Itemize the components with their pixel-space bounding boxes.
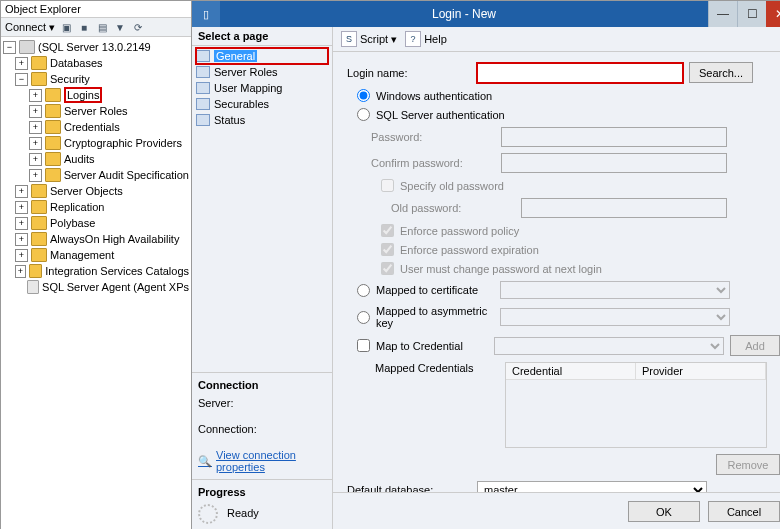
tree-management[interactable]: +Management (1, 247, 191, 263)
windows-auth-radio[interactable] (357, 89, 370, 102)
specify-old-row: Specify old password (347, 179, 780, 192)
tree-server-roles[interactable]: +Server Roles (1, 103, 191, 119)
tree-security[interactable]: − Security (1, 71, 191, 87)
mapped-cert-radio[interactable] (357, 284, 370, 297)
script-button[interactable]: SScript ▾ (341, 31, 397, 47)
specify-old-label: Specify old password (400, 180, 504, 192)
expander-icon[interactable]: + (15, 265, 26, 278)
page-user-mapping[interactable]: User Mapping (196, 80, 328, 96)
confirm-password-label: Confirm password: (347, 157, 501, 169)
expander-icon[interactable]: + (29, 153, 42, 166)
tree-replication[interactable]: +Replication (1, 199, 191, 215)
tree-logins[interactable]: + Logins (1, 87, 191, 103)
expander-icon[interactable]: − (3, 41, 16, 54)
object-explorer-tree[interactable]: − (SQL Server 13.0.2149 + Databases − Se… (1, 37, 191, 529)
tree-label: Polybase (50, 217, 95, 229)
server-icon (19, 40, 35, 54)
toolbar-icon-2[interactable]: ■ (77, 20, 91, 34)
link-icon: 🔍 (198, 455, 212, 468)
dialog-titlebar[interactable]: ▯ Login - New — ☐ ✕ (192, 1, 780, 27)
close-button[interactable]: ✕ (766, 1, 780, 27)
tree-label: Credentials (64, 121, 120, 133)
maximize-button[interactable]: ☐ (737, 1, 766, 27)
script-label: Script (360, 33, 388, 45)
page-status[interactable]: Status (196, 112, 328, 128)
expander-icon[interactable]: + (29, 121, 42, 134)
login-name-input[interactable] (477, 63, 683, 83)
toolbar-icon-1[interactable]: ▣ (59, 20, 73, 34)
default-db-select[interactable]: master (477, 481, 707, 492)
page-label: Securables (214, 98, 269, 110)
mapped-asym-radio[interactable] (357, 311, 370, 324)
help-label: Help (424, 33, 447, 45)
progress-section: Progress Ready (192, 479, 332, 529)
help-icon: ? (405, 31, 421, 47)
search-button[interactable]: Search... (689, 62, 753, 83)
system-icon[interactable]: ▯ (192, 1, 220, 27)
old-password-label: Old password: (347, 202, 521, 214)
page-server-roles[interactable]: Server Roles (196, 64, 328, 80)
tree-databases[interactable]: + Databases (1, 55, 191, 71)
enforce-expiration-label: Enforce password expiration (400, 244, 539, 256)
page-securables[interactable]: Securables (196, 96, 328, 112)
folder-icon (45, 136, 61, 150)
map-cred-label: Map to Credential (376, 340, 494, 352)
expander-icon[interactable]: + (15, 217, 28, 230)
credentials-table[interactable]: Credential Provider (505, 362, 767, 448)
default-db-label: Default database: (347, 484, 477, 492)
filter-icon[interactable]: ▼ (113, 20, 127, 34)
folder-icon (31, 184, 47, 198)
tree-server-objects[interactable]: +Server Objects (1, 183, 191, 199)
expander-icon[interactable]: + (29, 137, 42, 150)
page-general[interactable]: General (196, 48, 328, 64)
expander-icon[interactable]: + (29, 105, 42, 118)
expander-icon[interactable]: + (29, 89, 42, 102)
tree-crypto[interactable]: +Cryptographic Providers (1, 135, 191, 151)
tree-sql-agent[interactable]: SQL Server Agent (Agent XPs (1, 279, 191, 295)
tree-alwayson[interactable]: +AlwaysOn High Availability (1, 231, 191, 247)
expander-icon[interactable]: + (29, 169, 42, 182)
help-button[interactable]: ?Help (405, 31, 447, 47)
login-name-row: Login name: Search... (347, 62, 780, 83)
toolbar-icon-3[interactable]: ▤ (95, 20, 109, 34)
folder-icon (29, 264, 42, 278)
view-connection-properties-link[interactable]: 🔍 View connection properties (198, 449, 326, 473)
expander-icon[interactable]: + (15, 185, 28, 198)
tree-polybase[interactable]: +Polybase (1, 215, 191, 231)
expander-icon[interactable]: + (15, 233, 28, 246)
tree-server-audit-spec[interactable]: +Server Audit Specification (1, 167, 191, 183)
script-icon: S (341, 31, 357, 47)
mapped-cert-row: Mapped to certificate (347, 281, 780, 299)
expander-icon[interactable]: + (15, 57, 28, 70)
password-label: Password: (347, 131, 501, 143)
tree-label: Integration Services Catalogs (45, 265, 189, 277)
sql-auth-radio[interactable] (357, 108, 370, 121)
connection-section: Connection Server: Connection: 🔍 View co… (192, 372, 332, 479)
expander-icon[interactable]: − (15, 73, 28, 86)
folder-icon (31, 232, 47, 246)
tree-root[interactable]: − (SQL Server 13.0.2149 (1, 39, 191, 55)
dialog-title: Login - New (220, 7, 708, 21)
sql-auth-row: SQL Server authentication (347, 108, 780, 121)
expander-icon[interactable]: + (15, 249, 28, 262)
ok-button[interactable]: OK (628, 501, 700, 522)
spinner-icon (198, 504, 218, 524)
tree-label-logins: Logins (64, 87, 102, 103)
refresh-icon[interactable]: ⟳ (131, 20, 145, 34)
map-cred-checkbox[interactable] (357, 339, 370, 352)
minimize-button[interactable]: — (708, 1, 737, 27)
progress-state-row: Ready (198, 504, 326, 524)
folder-icon (31, 248, 47, 262)
cancel-button[interactable]: Cancel (708, 501, 780, 522)
expander-icon[interactable]: + (15, 201, 28, 214)
connect-button[interactable]: Connect ▾ (5, 21, 55, 34)
tree-credentials[interactable]: +Credentials (1, 119, 191, 135)
old-password-input (521, 198, 727, 218)
tree-label: Cryptographic Providers (64, 137, 182, 149)
folder-icon (45, 120, 61, 134)
confirm-password-input (501, 153, 727, 173)
tree-audits[interactable]: +Audits (1, 151, 191, 167)
folder-icon (45, 88, 61, 102)
page-icon (196, 50, 210, 62)
tree-int-services[interactable]: +Integration Services Catalogs (1, 263, 191, 279)
